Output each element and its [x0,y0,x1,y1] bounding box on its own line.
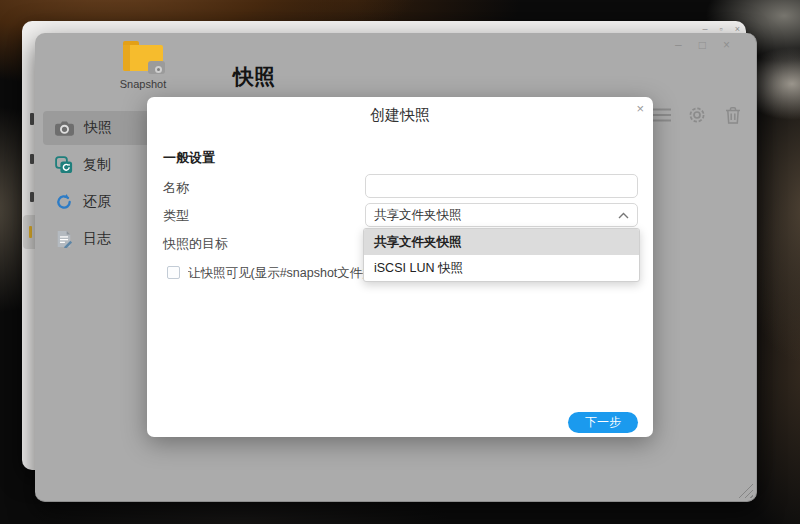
type-select-value: 共享文件夹快照 [374,207,618,224]
gear-icon [687,105,707,125]
dropdown-option-iscsi-lun[interactable]: iSCSI LUN 快照 [364,255,639,281]
chevron-up-icon [618,212,629,219]
visibility-checkbox-row: 让快照可见(显示#snapshot文件夹 [167,265,375,281]
sidebar-item-snapshot[interactable]: 快照 [43,111,159,145]
sidebar-item-label: 复制 [83,156,111,174]
name-label: 名称 [163,179,189,197]
trash-icon [724,105,742,125]
app-icon-block: Snapshot [95,41,191,90]
target-label: 快照的目标 [163,235,228,253]
close-icon[interactable]: × [723,37,730,53]
yellow-marker [29,226,32,238]
window-controls: – □ × [675,37,730,53]
create-snapshot-dialog: × 创建快照 一般设置 名称 类型 共享文件夹快照 快照的目标 让快照可见(显示… [147,97,653,437]
next-button[interactable]: 下一步 [568,412,638,433]
desktop: – ▫ × – □ × Snapshot 快照 [0,0,800,524]
list-view-button[interactable] [650,105,672,125]
sidebar-item-replication[interactable]: 复制 [43,148,159,182]
minimize-icon[interactable]: – [675,37,682,53]
list-icon [650,107,672,123]
hidden-content-sliver [30,154,34,164]
delete-button[interactable] [722,105,744,125]
app-icon-label: Snapshot [95,78,191,90]
camera-badge-icon [148,61,165,74]
name-input[interactable] [365,174,638,198]
log-document-icon [55,230,73,248]
snapshot-toolbar [650,105,744,125]
type-label: 类型 [163,207,189,225]
section-title: 一般设置 [163,149,215,167]
snapshot-folder-icon [123,41,163,72]
sidebar: 快照 复制 还原 [43,111,159,259]
sidebar-item-label: 快照 [84,119,112,137]
camera-icon [55,121,74,136]
sidebar-item-log[interactable]: 日志 [43,222,159,256]
sidebar-item-label: 日志 [83,230,111,248]
hidden-content-sliver [30,113,34,125]
resize-handle[interactable] [738,483,753,498]
hidden-content-sliver [30,192,34,202]
page-title: 快照 [233,63,275,91]
visibility-checkbox-label: 让快照可见(显示#snapshot文件夹 [188,265,375,281]
type-select[interactable]: 共享文件夹快照 [365,203,638,227]
visibility-checkbox[interactable] [167,266,180,279]
sidebar-item-label: 还原 [83,193,111,211]
copy-sync-icon [55,156,73,174]
settings-button[interactable] [686,105,708,125]
restore-arrow-icon [55,193,73,211]
sidebar-item-restore[interactable]: 还原 [43,185,159,219]
dropdown-option-shared-folder[interactable]: 共享文件夹快照 [364,229,639,255]
dialog-title: 创建快照 [147,106,653,125]
maximize-icon[interactable]: □ [699,37,706,53]
type-dropdown-menu: 共享文件夹快照 iSCSI LUN 快照 [363,228,640,282]
